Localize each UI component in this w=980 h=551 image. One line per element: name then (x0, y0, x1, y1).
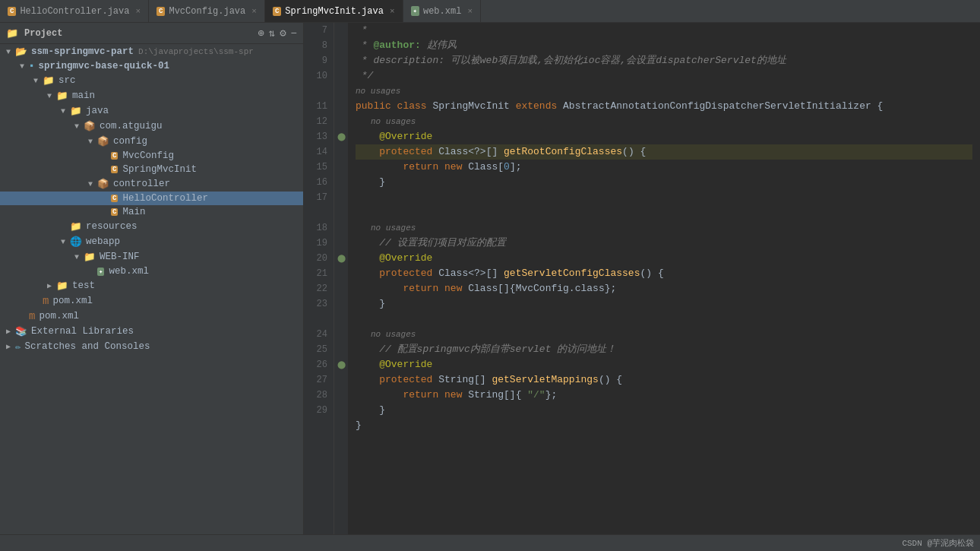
code-line-21: return new Class[]{MvcConfig.class}; (356, 281, 972, 296)
tree-item-springmvc-base[interactable]: ▼ ▪ springmvc-base-quick-01 (0, 59, 303, 73)
code-text: } (356, 418, 362, 433)
tree-label: pom.xml (52, 296, 93, 306)
code-line-no-usages-24pre: no usages (356, 327, 972, 342)
line-num-24-blank (310, 312, 327, 327)
tree-label: Main (122, 207, 145, 217)
folder-java-icon: 📁 (70, 105, 82, 117)
tree-arrow: ▶ (3, 342, 14, 351)
line-num-23: 23 (310, 296, 327, 312)
tree-item-src[interactable]: ▼ 📁 src (0, 73, 303, 88)
watermark: CSDN @芋泥肉松袋 (902, 537, 974, 549)
tree-item-com-atguigu[interactable]: ▼ 📦 com.atguigu (0, 119, 303, 134)
gutter-21 (334, 266, 348, 281)
tab-SpringMvcInit[interactable]: C SpringMvcInit.java × (265, 0, 403, 22)
gutter: ⬤ ⬤ ⬤ (334, 23, 348, 534)
code-text: getServletConfigClasses (504, 266, 640, 281)
tree-item-WEB-INF[interactable]: ▼ 📁 WEB-INF (0, 249, 303, 264)
tree-item-test[interactable]: ▶ 📁 test (0, 278, 303, 293)
folder-icon: 📁 (56, 90, 68, 102)
sidebar-title: Project (24, 28, 251, 39)
package-icon: 📦 (97, 135, 109, 147)
tree-item-resources[interactable]: 📁 resources (0, 219, 303, 234)
line-num-17: 17 (310, 190, 327, 205)
tree-item-SpringMvcInit[interactable]: C SpringMvcInit (0, 163, 303, 176)
code-content: * * @author: 赵伟风 * description: 可以被web项目… (348, 23, 980, 534)
code-text: protected (356, 144, 438, 160)
code-text: return (356, 388, 444, 403)
tree-item-controller[interactable]: ▼ 📦 controller (0, 176, 303, 192)
tree-item-java[interactable]: ▼ 📁 java (0, 103, 303, 119)
add-icon[interactable]: ⊕ (258, 27, 264, 40)
tree-label: web.xml (109, 266, 149, 277)
gutter-18 (334, 220, 348, 236)
line-num-11-blank (310, 84, 327, 99)
tree-item-pom-xml-outer[interactable]: m pom.xml (0, 309, 303, 324)
folder-icon: 📂 (15, 46, 27, 58)
folder-web-icon: 🌐 (70, 236, 82, 248)
line-num-16: 16 (310, 175, 327, 190)
tab-MvcConfig[interactable]: C MvcConfig.java × (149, 0, 265, 22)
sort-icon[interactable]: ⇅ (269, 27, 275, 40)
code-line-7: * (356, 23, 972, 38)
tab-close-HelloController[interactable]: × (135, 7, 141, 16)
tab-HelloController[interactable]: C HelloController.java × (0, 0, 149, 22)
tree-arrow: ▼ (30, 77, 41, 85)
tree-item-webapp[interactable]: ▼ 🌐 webapp (0, 234, 303, 249)
line-num-29: 29 (310, 403, 327, 418)
gutter-23 (334, 296, 348, 312)
code-line-10: */ (356, 68, 972, 84)
gear-icon[interactable]: ⚙ (280, 27, 286, 40)
tree-item-ssm-springmvc-part[interactable]: ▼ 📂 ssm-springmvc-part D:\javaprojects\s… (0, 44, 303, 59)
tree-item-scratches[interactable]: ▶ ✏ Scratches and Consoles (0, 339, 303, 354)
tree-item-MvcConfig[interactable]: C MvcConfig (0, 149, 303, 163)
code-line-20: protected Class<?>[] getServletConfigCla… (356, 266, 972, 281)
folder-resources-icon: 📁 (70, 220, 82, 233)
code-line-22: } (356, 296, 972, 312)
code-text: class (397, 99, 433, 114)
code-text: Class[ (468, 160, 504, 175)
java-class-icon: C (111, 208, 118, 216)
code-line-no-usages-18pre: no usages (356, 220, 972, 236)
tab-close-SpringMvcInit[interactable]: × (390, 7, 395, 16)
gutter-arrow-20: ⬤ (337, 254, 346, 263)
gutter-24-blank (334, 312, 348, 327)
line-num-24: 24 (310, 327, 327, 342)
tree-item-config[interactable]: ▼ 📦 config (0, 134, 303, 149)
line-num-19: 19 (310, 236, 327, 251)
gutter-15 (334, 160, 348, 175)
tree-item-web-xml[interactable]: ✦ web.xml (0, 264, 303, 278)
sidebar-header: 📁 Project ⊕ ⇅ ⚙ − (0, 23, 303, 44)
tree-label: SpringMvcInit (122, 164, 197, 175)
code-area: 7 8 9 10 11 12 13 14 15 16 17 18 19 20 2… (304, 23, 980, 534)
tab-close-MvcConfig[interactable]: × (251, 7, 257, 16)
minimize-icon[interactable]: − (291, 27, 297, 40)
tree-item-external-libraries[interactable]: ▶ 📚 External Libraries (0, 324, 303, 339)
code-line-28: } (356, 403, 972, 418)
gutter-arrow-26: ⬤ (337, 360, 346, 369)
code-line-27: return new String[]{ "/"}; (356, 388, 972, 403)
tree-item-HelloController[interactable]: C HelloController (0, 192, 303, 205)
tree-item-pom-xml-inner[interactable]: m pom.xml (0, 293, 303, 309)
tab-close-web-xml[interactable]: × (467, 7, 473, 16)
code-text: @Override (356, 129, 432, 144)
main-layout: 📁 Project ⊕ ⇅ ⚙ − ▼ 📂 ssm-springmvc-part… (0, 23, 980, 534)
package-icon: 📦 (84, 120, 96, 132)
gutter-11 (334, 99, 348, 114)
java-class-icon: C (111, 152, 118, 160)
tree-item-Main[interactable]: C Main (0, 205, 303, 219)
code-line-18: // 设置我们项目对应的配置 (356, 236, 972, 251)
line-num-15: 15 (310, 160, 327, 175)
java-icon: C (8, 7, 16, 16)
package-icon: 📦 (97, 178, 109, 190)
editor[interactable]: 7 8 9 10 11 12 13 14 15 16 17 18 19 20 2… (304, 23, 980, 534)
code-text: 赵伟风 (421, 38, 457, 53)
line-num-11: 11 (310, 99, 327, 114)
tree-item-main[interactable]: ▼ 📁 main (0, 88, 303, 103)
gutter-20: ⬤ (334, 251, 348, 266)
line-num-18: 18 (310, 220, 327, 236)
folder-icon: 📁 (56, 280, 68, 292)
tree-label: pom.xml (39, 311, 79, 321)
line-num-20: 20 (310, 251, 327, 266)
tab-web-xml[interactable]: ✦ web.xml × (403, 0, 481, 22)
code-text: } (356, 296, 385, 312)
